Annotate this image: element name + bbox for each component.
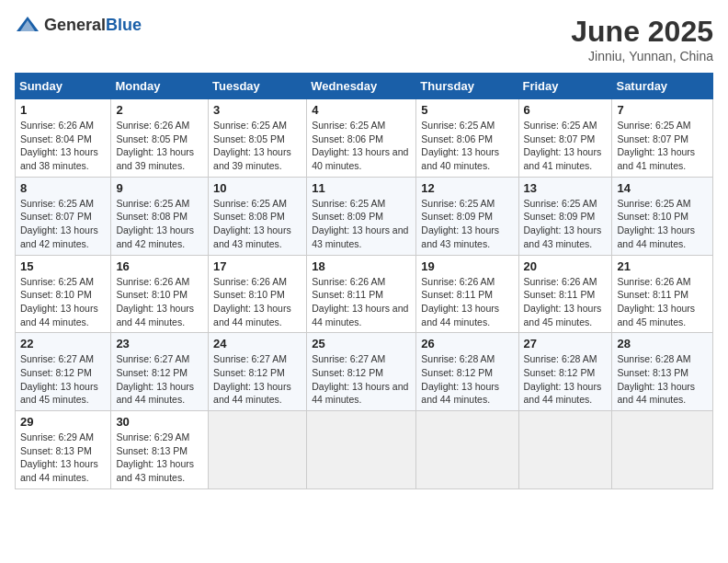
day-number: 2	[116, 103, 203, 117]
day-cell: 13 Sunrise: 6:25 AMSunset: 8:09 PMDaylig…	[518, 177, 612, 255]
day-cell: 8 Sunrise: 6:25 AMSunset: 8:07 PMDayligh…	[16, 177, 111, 255]
day-info: Sunrise: 6:25 AMSunset: 8:05 PMDaylight:…	[213, 119, 301, 173]
day-info: Sunrise: 6:27 AMSunset: 8:12 PMDaylight:…	[213, 352, 301, 407]
day-number: 12	[421, 181, 513, 195]
day-info: Sunrise: 6:25 AMSunset: 8:06 PMDaylight:…	[421, 119, 513, 173]
day-info: Sunrise: 6:27 AMSunset: 8:12 PMDaylight:…	[20, 352, 106, 407]
weekday-header-row: Sunday Monday Tuesday Wednesday Thursday…	[16, 74, 713, 99]
day-number: 18	[312, 259, 411, 273]
day-cell: 14 Sunrise: 6:25 AMSunset: 8:10 PMDaylig…	[612, 177, 713, 255]
day-number: 17	[213, 259, 301, 273]
day-cell: 3 Sunrise: 6:25 AMSunset: 8:05 PMDayligh…	[209, 99, 307, 178]
day-info: Sunrise: 6:26 AMSunset: 8:11 PMDaylight:…	[421, 275, 513, 329]
day-cell: 9 Sunrise: 6:25 AMSunset: 8:08 PMDayligh…	[111, 177, 209, 255]
day-number: 22	[20, 337, 106, 350]
day-number: 27	[524, 337, 608, 350]
empty-cell	[612, 411, 713, 489]
page-header: GeneralBlue June 2025 Jinniu, Yunnan, Ch…	[15, 15, 713, 63]
header-saturday: Saturday	[612, 74, 713, 99]
day-number: 16	[116, 259, 203, 273]
day-info: Sunrise: 6:29 AMSunset: 8:13 PMDaylight:…	[116, 431, 203, 485]
day-cell: 6 Sunrise: 6:25 AMSunset: 8:07 PMDayligh…	[518, 99, 612, 178]
header-friday: Friday	[518, 74, 612, 99]
location-title: Jinniu, Yunnan, China	[571, 49, 713, 63]
day-info: Sunrise: 6:25 AMSunset: 8:07 PMDaylight:…	[617, 119, 708, 173]
calendar-row: 29 Sunrise: 6:29 AMSunset: 8:13 PMDaylig…	[16, 411, 713, 489]
day-number: 13	[524, 181, 608, 195]
day-cell: 10 Sunrise: 6:25 AMSunset: 8:08 PMDaylig…	[209, 177, 307, 255]
header-sunday: Sunday	[16, 74, 111, 99]
day-info: Sunrise: 6:26 AMSunset: 8:11 PMDaylight:…	[617, 275, 708, 329]
day-cell: 16 Sunrise: 6:26 AMSunset: 8:10 PMDaylig…	[111, 255, 209, 333]
day-info: Sunrise: 6:25 AMSunset: 8:10 PMDaylight:…	[617, 197, 708, 251]
day-cell: 23 Sunrise: 6:27 AMSunset: 8:12 PMDaylig…	[111, 333, 209, 411]
day-info: Sunrise: 6:26 AMSunset: 8:10 PMDaylight:…	[116, 275, 203, 329]
calendar-row: 15 Sunrise: 6:25 AMSunset: 8:10 PMDaylig…	[16, 255, 713, 333]
day-number: 24	[213, 337, 301, 350]
day-info: Sunrise: 6:26 AMSunset: 8:11 PMDaylight:…	[524, 275, 608, 329]
day-cell: 15 Sunrise: 6:25 AMSunset: 8:10 PMDaylig…	[16, 255, 111, 333]
day-info: Sunrise: 6:26 AMSunset: 8:10 PMDaylight:…	[213, 275, 301, 329]
day-info: Sunrise: 6:28 AMSunset: 8:13 PMDaylight:…	[617, 352, 708, 407]
day-cell: 1 Sunrise: 6:26 AMSunset: 8:04 PMDayligh…	[16, 99, 111, 178]
day-cell: 12 Sunrise: 6:25 AMSunset: 8:09 PMDaylig…	[416, 177, 518, 255]
day-number: 19	[421, 259, 513, 273]
day-number: 30	[116, 415, 203, 429]
day-number: 25	[312, 337, 411, 350]
calendar-row: 1 Sunrise: 6:26 AMSunset: 8:04 PMDayligh…	[16, 99, 713, 178]
day-cell: 17 Sunrise: 6:26 AMSunset: 8:10 PMDaylig…	[209, 255, 307, 333]
logo-icon	[15, 15, 40, 35]
day-info: Sunrise: 6:26 AMSunset: 8:11 PMDaylight:…	[312, 275, 411, 329]
day-info: Sunrise: 6:25 AMSunset: 8:09 PMDaylight:…	[312, 197, 411, 251]
day-cell: 22 Sunrise: 6:27 AMSunset: 8:12 PMDaylig…	[16, 333, 111, 411]
empty-cell	[518, 411, 612, 489]
header-wednesday: Wednesday	[307, 74, 416, 99]
day-cell: 28 Sunrise: 6:28 AMSunset: 8:13 PMDaylig…	[612, 333, 713, 411]
day-number: 8	[20, 181, 106, 195]
day-cell: 26 Sunrise: 6:28 AMSunset: 8:12 PMDaylig…	[416, 333, 518, 411]
day-info: Sunrise: 6:25 AMSunset: 8:10 PMDaylight:…	[20, 275, 106, 329]
day-number: 21	[617, 259, 708, 273]
title-area: June 2025 Jinniu, Yunnan, China	[571, 15, 713, 63]
day-info: Sunrise: 6:25 AMSunset: 8:06 PMDaylight:…	[312, 119, 411, 173]
day-number: 3	[213, 103, 301, 117]
day-cell: 11 Sunrise: 6:25 AMSunset: 8:09 PMDaylig…	[307, 177, 416, 255]
day-info: Sunrise: 6:27 AMSunset: 8:12 PMDaylight:…	[116, 352, 203, 407]
calendar-body: 1 Sunrise: 6:26 AMSunset: 8:04 PMDayligh…	[16, 99, 713, 489]
empty-cell	[209, 411, 307, 489]
day-number: 14	[617, 181, 708, 195]
day-number: 28	[617, 337, 708, 350]
logo-text-blue: Blue	[106, 16, 142, 34]
day-cell: 19 Sunrise: 6:26 AMSunset: 8:11 PMDaylig…	[416, 255, 518, 333]
empty-cell	[307, 411, 416, 489]
day-cell: 2 Sunrise: 6:26 AMSunset: 8:05 PMDayligh…	[111, 99, 209, 178]
day-info: Sunrise: 6:28 AMSunset: 8:12 PMDaylight:…	[524, 352, 608, 407]
day-cell: 20 Sunrise: 6:26 AMSunset: 8:11 PMDaylig…	[518, 255, 612, 333]
day-info: Sunrise: 6:29 AMSunset: 8:13 PMDaylight:…	[20, 431, 106, 485]
calendar-row: 8 Sunrise: 6:25 AMSunset: 8:07 PMDayligh…	[16, 177, 713, 255]
day-info: Sunrise: 6:25 AMSunset: 8:09 PMDaylight:…	[421, 197, 513, 251]
day-info: Sunrise: 6:26 AMSunset: 8:05 PMDaylight:…	[116, 119, 203, 173]
day-info: Sunrise: 6:28 AMSunset: 8:12 PMDaylight:…	[421, 352, 513, 407]
day-info: Sunrise: 6:25 AMSunset: 8:07 PMDaylight:…	[20, 197, 106, 251]
day-number: 29	[20, 415, 106, 429]
day-number: 26	[421, 337, 513, 350]
day-info: Sunrise: 6:25 AMSunset: 8:07 PMDaylight:…	[524, 119, 608, 173]
header-tuesday: Tuesday	[209, 74, 307, 99]
logo: GeneralBlue	[15, 15, 142, 35]
day-cell: 21 Sunrise: 6:26 AMSunset: 8:11 PMDaylig…	[612, 255, 713, 333]
day-number: 7	[617, 103, 708, 117]
day-cell: 30 Sunrise: 6:29 AMSunset: 8:13 PMDaylig…	[111, 411, 209, 489]
calendar-table: Sunday Monday Tuesday Wednesday Thursday…	[15, 73, 713, 489]
day-cell: 4 Sunrise: 6:25 AMSunset: 8:06 PMDayligh…	[307, 99, 416, 178]
day-number: 10	[213, 181, 301, 195]
day-info: Sunrise: 6:25 AMSunset: 8:09 PMDaylight:…	[524, 197, 608, 251]
day-cell: 29 Sunrise: 6:29 AMSunset: 8:13 PMDaylig…	[16, 411, 111, 489]
day-cell: 7 Sunrise: 6:25 AMSunset: 8:07 PMDayligh…	[612, 99, 713, 178]
day-number: 6	[524, 103, 608, 117]
day-number: 5	[421, 103, 513, 117]
logo-text-general: General	[44, 16, 106, 34]
day-number: 23	[116, 337, 203, 350]
day-number: 1	[20, 103, 106, 117]
day-cell: 25 Sunrise: 6:27 AMSunset: 8:12 PMDaylig…	[307, 333, 416, 411]
